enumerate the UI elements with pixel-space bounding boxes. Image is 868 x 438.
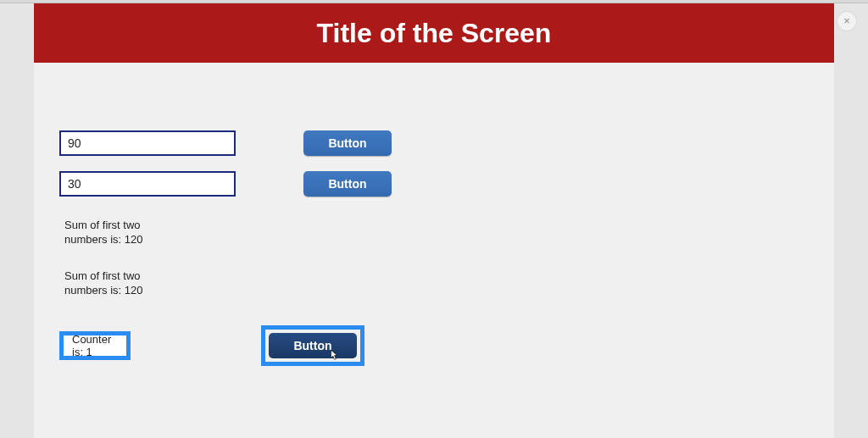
input-row-1: Button xyxy=(59,130,809,156)
counter-box: Counter is: 1 xyxy=(59,331,131,360)
number-input-1[interactable] xyxy=(59,130,236,156)
content-area: Button Button Sum of first two numbers i… xyxy=(34,63,834,298)
row2-button[interactable]: Button xyxy=(303,171,392,197)
page-title: Title of the Screen xyxy=(317,18,552,49)
row1-button[interactable]: Button xyxy=(303,130,392,156)
close-icon[interactable]: × xyxy=(837,12,856,30)
bottom-button-label: Button xyxy=(293,339,331,352)
bottom-button[interactable]: Button xyxy=(269,333,357,358)
sum-result-1: Sum of first two numbers is: 120 xyxy=(64,219,166,247)
number-input-2[interactable] xyxy=(59,171,236,197)
counter-label: Counter is: 1 xyxy=(72,333,118,358)
app-frame: Title of the Screen Button Button Sum of… xyxy=(34,3,834,438)
sum-result-2: Sum of first two numbers is: 120 xyxy=(64,269,166,298)
input-row-2: Button xyxy=(59,171,809,197)
highlighted-button-wrap: Button xyxy=(261,325,364,366)
header-bar: Title of the Screen xyxy=(34,3,834,63)
bottom-row: Counter is: 1 Button xyxy=(59,325,364,366)
